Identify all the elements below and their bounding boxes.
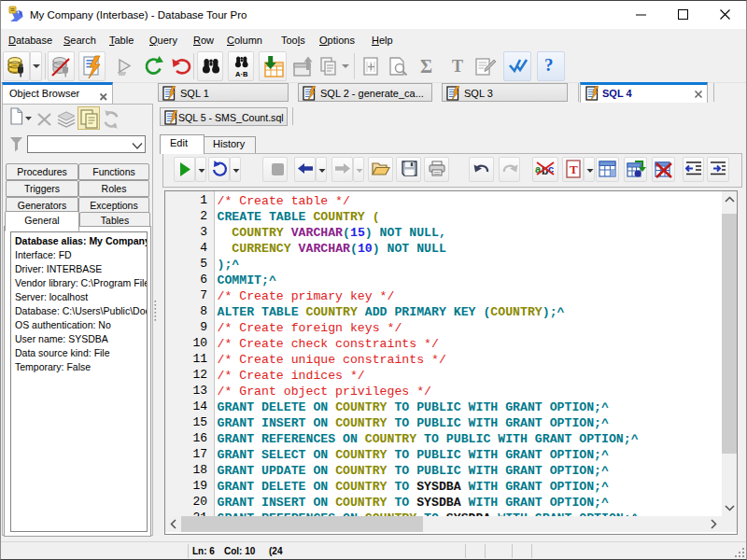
svg-text:T: T (570, 162, 578, 176)
svg-text:A·B: A·B (235, 70, 248, 78)
